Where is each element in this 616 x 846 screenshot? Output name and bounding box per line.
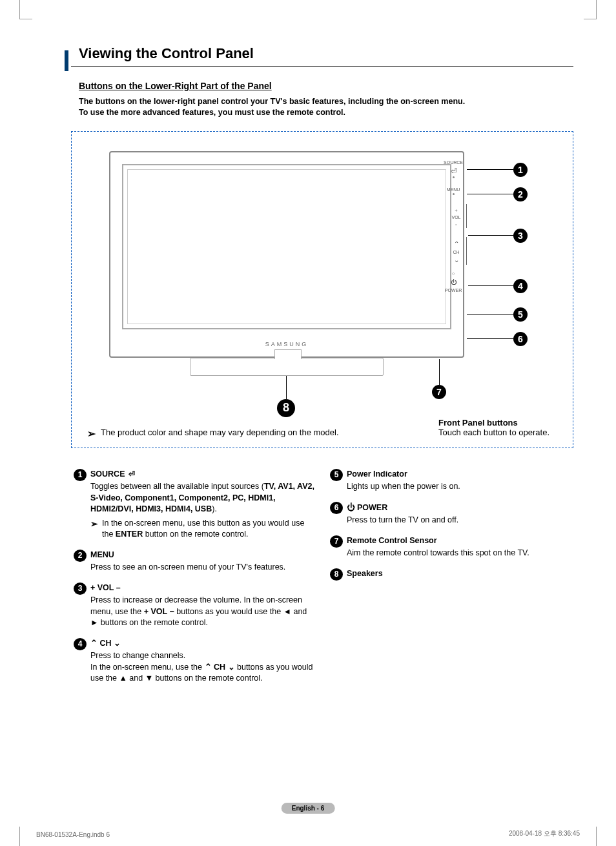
tv-diagram: SAMSUNG SOURCE MENU ＋ VOL － ⌃ bbox=[83, 145, 561, 416]
item-number: 6 bbox=[330, 502, 343, 514]
callout-badge: 3 bbox=[513, 229, 528, 243]
item-title: MENU bbox=[90, 550, 114, 559]
enter-icon bbox=[442, 167, 464, 175]
heading-accent bbox=[65, 50, 68, 71]
item-text: Press to change channels. In the on-scre… bbox=[90, 650, 314, 685]
item-title: + VOL – bbox=[90, 583, 121, 592]
item-subnote: ➢ In the on-screen menu, use this button… bbox=[90, 518, 314, 541]
item-number: 2 bbox=[74, 550, 87, 562]
content-area: Viewing the Control Panel Buttons on the… bbox=[71, 45, 573, 694]
desc-item-8: 8 Speakers bbox=[330, 568, 571, 581]
callout-8: 8 bbox=[277, 376, 295, 417]
front-panel-text: Touch each button to operate. bbox=[438, 428, 549, 437]
item-text: Press to turn the TV on and off. bbox=[347, 515, 571, 526]
desc-item-5: 5 Power Indicator Lights up when the pow… bbox=[330, 469, 571, 493]
item-number: 3 bbox=[74, 583, 87, 595]
callout-badge: 5 bbox=[513, 307, 528, 322]
chevron-up-icon: ⌃ bbox=[205, 663, 212, 672]
side-label-ch: CH bbox=[447, 250, 465, 254]
description-columns: 1 SOURCE Toggles between all the availab… bbox=[71, 469, 573, 694]
footer-filename: BN68-01532A-Eng.indb 6 bbox=[36, 831, 110, 838]
item-title: POWER bbox=[347, 503, 387, 512]
desc-item-7: 7 Remote Control Sensor Aim the remote c… bbox=[330, 535, 571, 559]
callout-badge: 2 bbox=[513, 187, 528, 201]
intro-line-1: The buttons on the lower-right panel con… bbox=[79, 97, 465, 106]
item-number: 1 bbox=[74, 469, 87, 481]
side-label-menu: MENU bbox=[442, 187, 464, 192]
item-title: ⌃ CH ⌄ bbox=[90, 639, 121, 648]
page-number-badge: English - 6 bbox=[282, 803, 335, 814]
tv-screen bbox=[122, 164, 451, 329]
callout-4: 4 bbox=[468, 279, 528, 293]
power-icon: ⏻ bbox=[442, 280, 464, 285]
item-title: Speakers bbox=[347, 569, 383, 578]
dot-icon bbox=[453, 176, 455, 178]
note-arrow-icon: ➢ bbox=[87, 428, 101, 440]
page-title: Viewing the Control Panel bbox=[71, 45, 573, 67]
callout-2: 2 bbox=[467, 187, 528, 201]
minus-icon: － bbox=[447, 222, 465, 227]
chevron-down-icon: ⌄ bbox=[114, 639, 121, 648]
note-arrow-icon: ➢ bbox=[90, 518, 102, 541]
right-column: 5 Power Indicator Lights up when the pow… bbox=[330, 469, 571, 694]
dot-icon: ○ bbox=[442, 271, 464, 276]
desc-item-6: 6 POWER Press to turn the TV on and off. bbox=[330, 502, 571, 526]
chevron-down-icon: ⌄ bbox=[228, 663, 235, 672]
plus-icon: ＋ bbox=[447, 208, 465, 212]
tv-side-panel: SOURCE MENU ＋ VOL － ⌃ CH ⌄ ○ bbox=[442, 158, 464, 293]
side-label-source: SOURCE bbox=[442, 160, 464, 165]
callout-badge: 1 bbox=[513, 163, 528, 177]
item-title: Remote Control Sensor bbox=[347, 536, 437, 545]
callout-badge: 4 bbox=[513, 279, 528, 293]
side-label-power: POWER bbox=[442, 288, 464, 293]
chevron-up-icon: ⌃ bbox=[447, 241, 465, 247]
diagram-note-text: The product color and shape may vary dep… bbox=[101, 428, 339, 437]
item-text: Lights up when the power is on. bbox=[347, 481, 571, 493]
side-label-vol: VOL bbox=[447, 215, 465, 220]
tv-body: SAMSUNG bbox=[109, 151, 464, 358]
crop-mark bbox=[19, 827, 32, 846]
manual-page: Viewing the Control Panel Buttons on the… bbox=[0, 0, 616, 846]
left-column: 1 SOURCE Toggles between all the availab… bbox=[74, 469, 314, 694]
item-text: Press to see an on-screen menu of your T… bbox=[90, 562, 314, 573]
front-panel-title: Front Panel buttons bbox=[438, 418, 561, 428]
crop-mark bbox=[19, 0, 32, 19]
dot-icon bbox=[453, 193, 455, 195]
callout-badge: 8 bbox=[277, 399, 295, 417]
intro-text: The buttons on the lower-right panel con… bbox=[71, 96, 573, 118]
item-text: Aim the remote control towards this spot… bbox=[347, 548, 571, 559]
item-text: Press to increase or decrease the volume… bbox=[90, 595, 314, 629]
item-number: 5 bbox=[330, 469, 343, 481]
item-number: 4 bbox=[74, 638, 87, 650]
callout-6: 6 bbox=[467, 332, 528, 346]
item-number: 8 bbox=[330, 568, 343, 581]
desc-item-4: 4 ⌃ CH ⌄ Press to change channels. In th… bbox=[74, 638, 314, 685]
intro-line-2: To use the more advanced features, you m… bbox=[79, 108, 345, 117]
callout-7: 7 bbox=[432, 359, 446, 399]
tv-stand bbox=[190, 358, 384, 376]
enter-icon bbox=[127, 469, 135, 479]
tv-brand-label: SAMSUNG bbox=[265, 341, 309, 347]
desc-item-2: 2 MENU Press to see an on-screen menu of… bbox=[74, 550, 314, 573]
desc-item-1: 1 SOURCE Toggles between all the availab… bbox=[74, 469, 314, 541]
chevron-up-icon: ⌃ bbox=[90, 639, 98, 648]
chevron-down-icon: ⌄ bbox=[447, 257, 465, 263]
footer-timestamp: 2008-04-18 오후 8:36:45 bbox=[509, 829, 580, 838]
front-panel-note: Front Panel buttons Touch each button to… bbox=[438, 418, 561, 437]
callout-badge: 6 bbox=[513, 332, 528, 346]
item-text: Toggles between all the available input … bbox=[90, 481, 314, 515]
item-title: Power Indicator bbox=[347, 469, 407, 479]
callout-5: 5 bbox=[467, 307, 528, 322]
diagram-box: SAMSUNG SOURCE MENU ＋ VOL － ⌃ bbox=[71, 131, 573, 448]
callout-3: 3 bbox=[468, 229, 528, 243]
item-number: 7 bbox=[330, 535, 343, 548]
crop-mark bbox=[584, 827, 597, 846]
crop-mark bbox=[584, 0, 597, 19]
item-title: SOURCE bbox=[90, 469, 135, 479]
callout-1: 1 bbox=[467, 163, 528, 177]
desc-item-3: 3 + VOL – Press to increase or decrease … bbox=[74, 583, 314, 629]
callout-badge: 7 bbox=[432, 385, 446, 399]
section-subtitle: Buttons on the Lower-Right Part of the P… bbox=[71, 81, 573, 91]
